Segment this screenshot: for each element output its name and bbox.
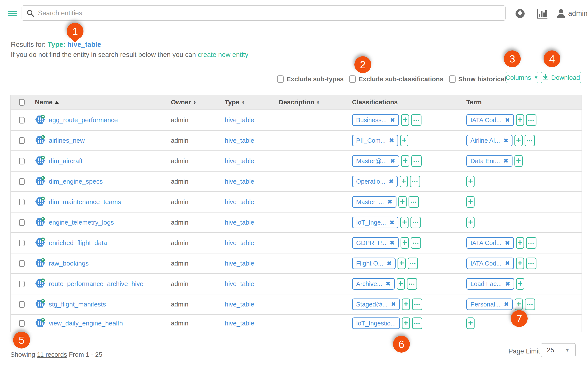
remove-classification-icon[interactable]: ✖ bbox=[390, 240, 395, 246]
more-term-button[interactable]: ●●● bbox=[525, 135, 535, 146]
add-classification-button[interactable]: + bbox=[400, 176, 408, 187]
add-classification-button[interactable]: + bbox=[398, 258, 406, 269]
remove-classification-icon[interactable]: ✖ bbox=[387, 261, 392, 266]
term-chip[interactable]: IATA Cod...✖ bbox=[466, 114, 514, 126]
row-checkbox[interactable] bbox=[19, 260, 25, 267]
remove-classification-icon[interactable]: ✖ bbox=[390, 117, 395, 123]
add-classification-button[interactable]: + bbox=[402, 317, 410, 329]
remove-term-icon[interactable]: ✖ bbox=[505, 281, 510, 287]
term-chip[interactable]: IATA Cod...✖ bbox=[466, 237, 514, 249]
type-link[interactable]: hive_table bbox=[225, 219, 254, 226]
term-chip[interactable]: IATA Cod...✖ bbox=[466, 258, 514, 269]
type-link[interactable]: hive_table bbox=[225, 116, 254, 124]
more-classification-button[interactable]: ●●● bbox=[411, 114, 421, 126]
row-checkbox[interactable] bbox=[19, 137, 25, 144]
entity-name-link[interactable]: dim_engine_specs bbox=[49, 178, 103, 185]
type-link[interactable]: hive_table bbox=[225, 137, 254, 144]
add-term-button[interactable]: + bbox=[515, 299, 523, 310]
download-button[interactable]: Download bbox=[541, 72, 581, 83]
more-term-button[interactable]: ●●● bbox=[525, 299, 535, 310]
classification-chip[interactable]: Master@...✖ bbox=[352, 155, 399, 167]
checkbox-icon[interactable] bbox=[449, 75, 456, 83]
column-header-owner[interactable]: Owner▲▼ bbox=[171, 99, 225, 106]
filter-checkbox-exclude-sub-classifications[interactable]: Exclude sub-classifications bbox=[349, 75, 443, 83]
type-link[interactable]: hive_table bbox=[225, 260, 254, 267]
sort-icon[interactable]: ▲▼ bbox=[242, 100, 245, 104]
menu-hamburger-icon[interactable] bbox=[8, 11, 17, 16]
type-link[interactable]: hive_table bbox=[225, 301, 254, 308]
classification-chip[interactable]: Master_...✖ bbox=[352, 196, 397, 208]
more-classification-button[interactable]: ●●● bbox=[407, 278, 417, 290]
term-chip[interactable]: Data Enr...✖ bbox=[466, 155, 513, 167]
classification-chip[interactable]: Archive...✖ bbox=[352, 278, 395, 290]
row-checkbox[interactable] bbox=[19, 301, 25, 308]
row-checkbox[interactable] bbox=[19, 240, 25, 246]
more-term-button[interactable]: ●●● bbox=[526, 258, 536, 269]
entity-name-link[interactable]: agg_route_performance bbox=[49, 116, 118, 124]
more-classification-button[interactable]: ●●● bbox=[410, 217, 421, 228]
classification-chip[interactable]: Operatio...✖ bbox=[352, 176, 398, 187]
remove-classification-icon[interactable]: ✖ bbox=[387, 199, 392, 205]
remove-classification-icon[interactable]: ✖ bbox=[390, 158, 395, 164]
user-menu[interactable]: admin bbox=[556, 9, 588, 18]
classification-chip[interactable]: PII_Com...✖ bbox=[352, 135, 398, 146]
add-term-button[interactable]: + bbox=[516, 237, 524, 249]
type-link[interactable]: hive_table bbox=[225, 280, 254, 288]
add-classification-button[interactable]: + bbox=[400, 135, 408, 146]
classification-chip[interactable]: Flight O...✖ bbox=[352, 258, 396, 269]
type-link[interactable]: hive_table bbox=[225, 178, 254, 185]
column-header-type[interactable]: Type▲▼ bbox=[225, 99, 279, 106]
add-classification-button[interactable]: + bbox=[400, 237, 409, 249]
filter-type-value[interactable]: hive_table bbox=[67, 40, 101, 48]
chart-icon[interactable] bbox=[537, 9, 548, 19]
column-header-description[interactable]: Description▲▼ bbox=[279, 99, 352, 106]
search-input[interactable] bbox=[38, 9, 500, 17]
term-chip[interactable]: Load Fac...✖ bbox=[466, 278, 514, 290]
add-term-button[interactable]: + bbox=[466, 317, 474, 329]
type-link[interactable]: hive_table bbox=[225, 320, 254, 327]
remove-classification-icon[interactable]: ✖ bbox=[389, 138, 394, 143]
term-chip[interactable]: Personal...✖ bbox=[466, 299, 513, 310]
entity-name-link[interactable]: engine_telemetry_logs bbox=[49, 219, 114, 226]
add-term-button[interactable]: + bbox=[516, 258, 524, 269]
remove-classification-icon[interactable]: ✖ bbox=[391, 302, 396, 307]
type-link[interactable]: hive_table bbox=[225, 239, 254, 247]
entity-name-link[interactable]: route_performance_archive_hive bbox=[49, 280, 143, 288]
entity-name-link[interactable]: dim_aircraft bbox=[49, 157, 83, 165]
add-classification-button[interactable]: + bbox=[399, 196, 407, 208]
remove-term-icon[interactable]: ✖ bbox=[504, 138, 508, 143]
more-classification-button[interactable]: ●●● bbox=[408, 258, 418, 269]
create-new-entity-link[interactable]: create new entity bbox=[198, 51, 248, 58]
remove-classification-icon[interactable]: ✖ bbox=[386, 281, 391, 287]
add-term-button[interactable]: + bbox=[514, 135, 523, 146]
remove-term-icon[interactable]: ✖ bbox=[505, 261, 510, 266]
add-term-button[interactable]: + bbox=[466, 217, 474, 228]
records-count-link[interactable]: 11 records bbox=[37, 351, 67, 358]
term-chip[interactable]: Airline Al...✖ bbox=[466, 135, 513, 146]
add-classification-button[interactable]: + bbox=[401, 114, 409, 126]
row-checkbox[interactable] bbox=[19, 158, 25, 164]
classification-chip[interactable]: IoT_Inge...✖ bbox=[352, 217, 399, 228]
more-classification-button[interactable]: ●●● bbox=[412, 299, 422, 310]
add-classification-button[interactable]: + bbox=[400, 217, 409, 228]
entity-name-link[interactable]: stg_flight_manifests bbox=[49, 301, 106, 308]
remove-term-icon[interactable]: ✖ bbox=[505, 117, 510, 123]
entity-name-link[interactable]: view_daily_engine_health bbox=[49, 320, 123, 327]
add-classification-button[interactable]: + bbox=[397, 278, 405, 290]
more-term-button[interactable]: ●●● bbox=[526, 114, 536, 126]
classification-chip[interactable]: IoT_Ingestio... bbox=[352, 317, 400, 329]
type-link[interactable]: hive_table bbox=[225, 157, 254, 165]
add-term-button[interactable]: + bbox=[516, 278, 524, 290]
row-checkbox[interactable] bbox=[19, 219, 25, 226]
more-classification-button[interactable]: ●●● bbox=[410, 176, 420, 187]
add-term-button[interactable]: + bbox=[514, 155, 523, 167]
remove-classification-icon[interactable]: ✖ bbox=[389, 220, 395, 225]
remove-classification-icon[interactable]: ✖ bbox=[389, 179, 394, 184]
row-checkbox[interactable] bbox=[19, 281, 25, 287]
remove-term-icon[interactable]: ✖ bbox=[504, 302, 509, 307]
select-all-checkbox[interactable] bbox=[19, 99, 25, 106]
more-classification-button[interactable]: ●●● bbox=[411, 237, 421, 249]
classification-chip[interactable]: Business...✖ bbox=[352, 114, 399, 126]
sort-icon[interactable]: ▲▼ bbox=[316, 100, 320, 104]
sort-icon[interactable]: ▲▼ bbox=[193, 100, 196, 104]
